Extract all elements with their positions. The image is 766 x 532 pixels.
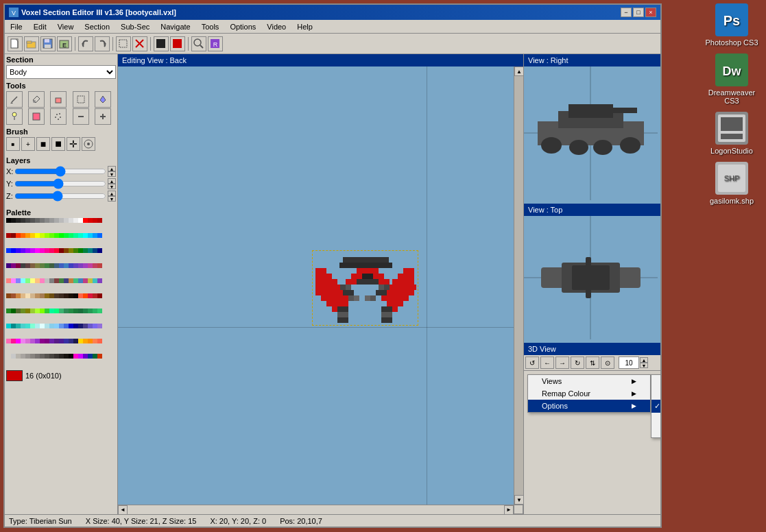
palette-cell-187[interactable] <box>40 354 45 359</box>
palette-cell-159[interactable] <box>97 324 102 328</box>
layer-x-up[interactable]: ▲ <box>108 166 116 171</box>
palette-cell-166[interactable] <box>35 339 40 343</box>
palette-cell-118[interactable] <box>93 293 97 298</box>
palette-cell-117[interactable] <box>88 293 93 298</box>
palette-cell-137[interactable] <box>88 309 93 313</box>
layer-y-slider[interactable] <box>14 179 106 189</box>
context-views[interactable]: Views ▶ <box>528 375 650 387</box>
palette-cell-30[interactable] <box>54 233 59 238</box>
gasilomk-icon[interactable]: SHP gasilomk.shp <box>704 162 759 205</box>
palette-cell-123[interactable] <box>21 309 25 313</box>
palette-cell-152[interactable] <box>64 324 69 328</box>
palette-cell-194[interactable] <box>73 354 78 359</box>
fill-black-button[interactable] <box>154 36 169 51</box>
brush-crosshair[interactable]: ✛ <box>67 137 80 151</box>
palette-cell-119[interactable] <box>97 293 102 298</box>
palette-cell-122[interactable] <box>16 309 21 313</box>
submenu-debug-mode[interactable]: Debug Mode <box>651 387 660 400</box>
dreamweaver-icon[interactable]: Dw Dreamweaver CS3 <box>704 53 759 105</box>
menu-help[interactable]: Help <box>294 22 315 32</box>
palette-cell-128[interactable] <box>45 309 49 313</box>
palette-cell-111[interactable] <box>59 293 64 298</box>
reset-btn[interactable]: ⊙ <box>601 356 614 369</box>
palette-cell-65[interactable] <box>30 263 35 268</box>
palette-cell-154[interactable] <box>73 324 78 328</box>
palette-cell-131[interactable] <box>59 309 64 313</box>
palette-cell-43[interactable] <box>21 248 25 253</box>
brush-small-square[interactable]: ■ <box>6 137 20 151</box>
palette-cell-98[interactable] <box>93 278 97 283</box>
palette-cell-100[interactable] <box>6 293 11 298</box>
palette-cell-193[interactable] <box>69 354 73 359</box>
editing-canvas[interactable] <box>118 66 514 505</box>
palette-cell-77[interactable] <box>88 263 93 268</box>
palette-cell-133[interactable] <box>69 309 73 313</box>
palette-cell-85[interactable] <box>30 278 35 283</box>
palette-cell-80[interactable] <box>6 278 11 283</box>
new-button[interactable] <box>8 36 23 51</box>
palette-cell-139[interactable] <box>97 309 102 313</box>
plus-tool[interactable] <box>95 108 111 125</box>
palette-cell-71[interactable] <box>59 263 64 268</box>
palette-cell-66[interactable] <box>35 263 40 268</box>
palette-cell-73[interactable] <box>69 263 73 268</box>
rotate-cw-btn[interactable]: ↻ <box>571 356 584 369</box>
zoom-up-btn[interactable]: ▲ <box>640 357 648 363</box>
palette-cell-88[interactable] <box>45 278 49 283</box>
palette-cell-115[interactable] <box>78 293 83 298</box>
palette-cell-150[interactable] <box>54 324 59 328</box>
rotate-ccw-btn[interactable]: ↺ <box>525 356 539 369</box>
palette-cell-36[interactable] <box>83 233 88 238</box>
palette-cell-161[interactable] <box>11 339 16 343</box>
palette-cell-84[interactable] <box>25 278 30 283</box>
palette-cell-81[interactable] <box>11 278 16 283</box>
palette-cell-6[interactable] <box>35 218 40 223</box>
palette-cell-34[interactable] <box>73 233 78 238</box>
palette-cell-168[interactable] <box>45 339 49 343</box>
palette-cell-70[interactable] <box>54 263 59 268</box>
palette-cell-142[interactable] <box>16 324 21 328</box>
logonstudio-icon[interactable]: LogonStudio <box>704 112 759 155</box>
palette-cell-87[interactable] <box>40 278 45 283</box>
palette-cell-170[interactable] <box>54 339 59 343</box>
brush-special[interactable] <box>82 137 95 151</box>
palette-cell-127[interactable] <box>40 309 45 313</box>
maximize-button[interactable]: □ <box>633 8 644 17</box>
palette-cell-1[interactable] <box>11 218 16 223</box>
editing-scrollbar-v[interactable]: ▲ ▼ <box>514 66 523 505</box>
palette-cell-49[interactable] <box>49 248 54 253</box>
select-rect-button[interactable] <box>116 36 131 51</box>
palette-cell-125[interactable] <box>30 309 35 313</box>
palette-cell-58[interactable] <box>93 248 97 253</box>
palette-cell-183[interactable] <box>21 354 25 359</box>
palette-cell-143[interactable] <box>21 324 25 328</box>
palette-cell-185[interactable] <box>30 354 35 359</box>
palette-cell-28[interactable] <box>45 233 49 238</box>
palette-cell-162[interactable] <box>16 339 21 343</box>
palette-cell-16[interactable] <box>83 218 88 223</box>
palette-cell-78[interactable] <box>93 263 97 268</box>
layer-y-up[interactable]: ▲ <box>108 178 116 184</box>
palette-cell-41[interactable] <box>11 248 16 253</box>
palette-cell-184[interactable] <box>25 354 30 359</box>
render-button[interactable]: R <box>208 36 223 51</box>
palette-cell-21[interactable] <box>11 233 16 238</box>
scroll-up-btn[interactable]: ▲ <box>514 66 523 76</box>
palette-cell-72[interactable] <box>64 263 69 268</box>
palette-cell-103[interactable] <box>21 293 25 298</box>
deselect-button[interactable] <box>132 36 147 51</box>
view3d-area[interactable]: Views ▶ Remap Colour ▶ Options ▶ <box>524 371 660 514</box>
redo-button[interactable] <box>95 36 110 51</box>
palette-cell-33[interactable] <box>69 233 73 238</box>
flip-btn[interactable]: ⇅ <box>586 356 599 369</box>
palette-cell-163[interactable] <box>21 339 25 343</box>
fill-red-button[interactable] <box>170 36 185 51</box>
palette-cell-176[interactable] <box>83 339 88 343</box>
palette-cell-13[interactable] <box>69 218 73 223</box>
menu-subsec[interactable]: Sub-Sec <box>118 22 152 32</box>
palette-cell-25[interactable] <box>30 233 35 238</box>
context-options[interactable]: Options ▶ <box>528 400 650 412</box>
palette-cell-173[interactable] <box>69 339 73 343</box>
palette-cell-146[interactable] <box>35 324 40 328</box>
rect-select-tool[interactable] <box>73 91 89 108</box>
